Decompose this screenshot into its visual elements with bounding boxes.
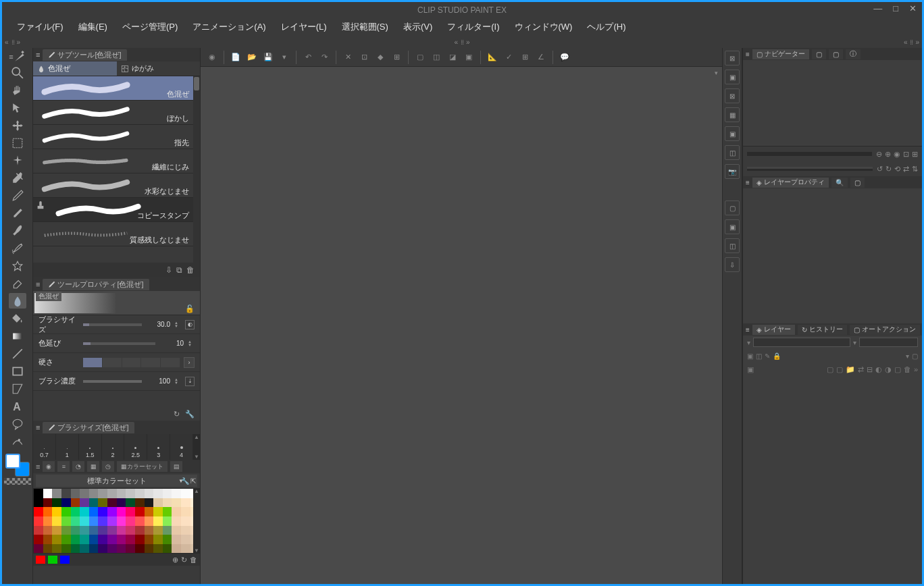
merge-icon[interactable]: ⊟ [867, 365, 873, 374]
color-cell[interactable] [80, 489, 89, 498]
brush-size-cell[interactable]: 1.5 [79, 434, 102, 460]
assist-icon[interactable]: 💬 [557, 51, 572, 64]
color-cell[interactable] [181, 544, 190, 554]
color-cell[interactable] [145, 516, 154, 526]
ruler-tool[interactable] [9, 381, 26, 396]
color-cell[interactable] [80, 526, 89, 535]
color-cell[interactable] [117, 507, 126, 516]
color-cell[interactable] [145, 535, 154, 544]
color-cell[interactable] [61, 489, 71, 498]
grip-handle-mid[interactable]: ⁞⁞ [461, 38, 463, 46]
zoom-slider[interactable] [747, 152, 872, 156]
brush-size-slider[interactable] [83, 323, 142, 326]
color-cell[interactable] [172, 507, 181, 516]
color-cell[interactable] [71, 544, 80, 554]
brush-item-blur[interactable]: ぼかし [33, 101, 200, 125]
transfer-icon[interactable]: ⇄ [858, 365, 864, 374]
color-cell[interactable] [107, 489, 117, 498]
panel-menu-icon[interactable]: ≡ [746, 51, 750, 58]
grip-right-l[interactable]: « [904, 38, 908, 46]
invert-select-icon[interactable]: ◪ [445, 51, 460, 64]
color-cell[interactable] [145, 489, 154, 498]
select-all-icon[interactable]: ▢ [413, 51, 428, 64]
color-cell[interactable] [71, 535, 80, 544]
brush-size-tab[interactable]: ブラシサイズ[色混ぜ] [43, 422, 134, 433]
redo-icon[interactable]: ↷ [317, 51, 332, 64]
pen-tool[interactable] [9, 188, 26, 203]
color-cell[interactable] [43, 544, 53, 554]
menu-view[interactable]: 表示(V) [401, 20, 435, 34]
panel-menu-icon[interactable]: ≡ [36, 462, 40, 471]
color-cell[interactable] [172, 498, 181, 508]
zoom-100-icon[interactable]: ◉ [894, 150, 900, 159]
brush-item-fiber[interactable]: 繊維にじみ [33, 149, 200, 174]
density-dynamics[interactable]: ⇣ [185, 377, 195, 386]
maximize-button[interactable]: □ [890, 3, 901, 14]
flip-h-icon[interactable]: ⇄ [903, 165, 909, 174]
color-cell[interactable] [135, 544, 145, 554]
color-cell[interactable] [89, 507, 99, 516]
color-cell[interactable] [145, 526, 154, 535]
clip-studio-icon[interactable]: ◉ [205, 51, 220, 64]
color-cell[interactable] [61, 507, 71, 516]
color-cell[interactable] [52, 535, 61, 544]
rotate-right-icon[interactable]: ↻ [886, 165, 892, 174]
folder3-icon[interactable]: ◫ [725, 238, 740, 253]
brush-size-cell[interactable]: 0.7 [33, 434, 56, 460]
panel-menu-icon[interactable]: ≡ [746, 326, 750, 334]
fit-icon[interactable]: ⊡ [903, 150, 909, 159]
brush-size-cell[interactable]: 1 [56, 434, 79, 460]
pencil-tool[interactable] [9, 205, 26, 221]
brush-size-value[interactable]: 30.0 [146, 321, 170, 328]
color-cell[interactable] [135, 507, 145, 516]
color-cell[interactable] [126, 507, 135, 516]
color-extend-stepper[interactable]: ▲▼ [188, 340, 195, 347]
subtool-tab[interactable]: サブツール[色混ぜ] [43, 49, 126, 61]
color-cell[interactable] [126, 489, 135, 498]
color-cell[interactable] [117, 498, 126, 508]
color-cell[interactable] [163, 507, 172, 516]
color-cell[interactable] [117, 526, 126, 535]
search-tab[interactable]: 🔍 [831, 178, 848, 188]
rotate-left-icon[interactable]: ↺ [877, 165, 883, 174]
hardness-selector[interactable] [83, 358, 180, 367]
fit-all-icon[interactable]: ⊞ [912, 150, 918, 159]
color-cell[interactable] [43, 507, 53, 516]
color-cell[interactable] [181, 498, 190, 508]
color-cell[interactable] [71, 489, 80, 498]
lock-icon[interactable]: 🔓 [185, 304, 195, 313]
replace-color-icon[interactable]: ↻ [181, 556, 187, 564]
color-cell[interactable] [34, 526, 43, 535]
snap-grid-icon[interactable]: ⊞ [517, 51, 532, 64]
color-cell[interactable] [89, 526, 99, 535]
color-cell[interactable] [43, 516, 53, 526]
apply-mask-icon[interactable]: ◑ [885, 365, 892, 374]
color-cell[interactable] [117, 544, 126, 554]
marquee-tool[interactable] [9, 135, 26, 151]
new-file-icon[interactable]: 📄 [228, 51, 243, 64]
color-cell[interactable] [153, 489, 163, 498]
show-border-icon[interactable]: ▣ [461, 51, 476, 64]
export-icon[interactable]: ⇱ [190, 477, 196, 485]
navigator-tab[interactable]: ▢ ナビゲーター [752, 49, 809, 59]
color-extra-tab[interactable]: ▤ [170, 461, 182, 472]
color-cell[interactable] [181, 526, 190, 535]
clip-icon[interactable]: ▣ [747, 352, 753, 360]
gradient-tool[interactable] [9, 328, 26, 344]
color-cell[interactable] [153, 516, 163, 526]
color-cell[interactable] [71, 507, 80, 516]
color-cell[interactable] [172, 535, 181, 544]
brush-size-cell[interactable]: 2 [102, 434, 125, 460]
panel-menu-icon[interactable]: ≡ [36, 423, 40, 431]
delete-color-icon[interactable]: 🗑 [190, 556, 197, 564]
text-tool[interactable]: A [9, 398, 26, 414]
snap-ruler-icon[interactable]: 📐 [485, 51, 500, 64]
color-cell[interactable] [107, 498, 117, 508]
delete-outside-icon[interactable]: ⊡ [357, 51, 371, 64]
color-cell[interactable] [34, 516, 43, 526]
transparent-swatch[interactable] [4, 478, 31, 485]
color-cell[interactable] [61, 544, 71, 554]
color-cell[interactable] [126, 535, 135, 544]
draft-icon[interactable]: ✎ [765, 352, 770, 360]
layer-property-tab[interactable]: ◈ レイヤープロパティ [752, 178, 829, 188]
